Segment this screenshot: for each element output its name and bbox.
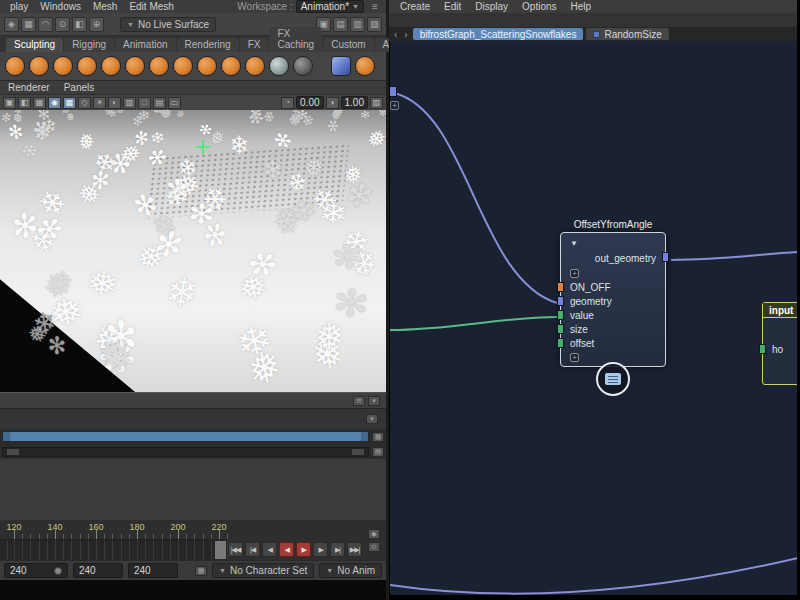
menu-edit[interactable]: Edit (437, 1, 468, 12)
sculpt-brush-icon[interactable] (53, 56, 73, 76)
menu-display[interactable]: Display (468, 1, 515, 12)
edge-port-node[interactable] (389, 86, 397, 97)
timeline-scrollbar[interactable] (2, 447, 369, 457)
sculpt-brush-icon[interactable] (221, 56, 241, 76)
menu-edit-mesh[interactable]: Edit Mesh (123, 1, 179, 12)
wireframe-icon[interactable]: ◇ (78, 97, 91, 109)
current-frame-marker[interactable] (215, 541, 226, 559)
playback-range-bar[interactable] (2, 431, 369, 442)
panel-menu-icon[interactable]: ▾ (368, 396, 380, 406)
range-options-icon[interactable]: ▦ (372, 432, 384, 442)
step-forward-frame-button[interactable]: ▶ (313, 542, 328, 557)
tab-randomsize[interactable]: RandomSize (586, 28, 668, 40)
attribute-editor-toggle-icon[interactable]: ▥ (350, 17, 365, 32)
menu-mesh[interactable]: Mesh (87, 1, 123, 12)
port-value[interactable] (557, 310, 564, 320)
menu-help[interactable]: Help (564, 1, 599, 12)
gamma-field[interactable]: 1.00 (341, 96, 368, 109)
menu-display[interactable]: play (4, 1, 34, 12)
shelf-tab-sculpting[interactable]: Sculpting (6, 38, 63, 52)
select-tool-icon[interactable]: ◈ (4, 17, 19, 32)
make-live-icon[interactable]: ⊕ (89, 17, 104, 32)
snap-curve-icon[interactable]: ◠ (38, 17, 53, 32)
exposure-field[interactable]: 0.00 (296, 96, 323, 109)
anim-key-icon[interactable]: ◆ (368, 529, 380, 539)
live-surface-selector[interactable]: ▼ No Live Surface (120, 17, 216, 32)
channelbox-toggle-icon[interactable]: ▤ (333, 17, 348, 32)
sculpt-brush-icon[interactable] (29, 56, 49, 76)
transform-manipulator[interactable] (196, 140, 210, 154)
shelf-tab-fx[interactable]: FX (240, 38, 269, 52)
snap-plane-icon[interactable]: ◧ (72, 17, 87, 32)
workspace-options-icon[interactable]: ≡ (368, 1, 382, 12)
menu-create[interactable]: Create (393, 1, 437, 12)
port-geometry[interactable] (557, 296, 564, 306)
port-on-off[interactable] (557, 282, 564, 292)
play-forwards-button[interactable]: ▶ (296, 542, 311, 557)
animation-end-field[interactable]: 240 (128, 563, 178, 578)
tab-nav-back-icon[interactable]: ‹ (392, 29, 399, 40)
node-input[interactable]: input ho (762, 302, 797, 385)
snap-point-icon[interactable]: ⊙ (55, 17, 70, 32)
play-backwards-button[interactable]: ◀ (279, 542, 294, 557)
port-input[interactable] (759, 344, 766, 354)
collapse-arrow-icon[interactable]: ▼ (570, 239, 578, 248)
port-size[interactable] (557, 324, 564, 334)
playback-start-field[interactable]: 240 (4, 563, 68, 578)
sculpt-brush-icon[interactable] (197, 56, 217, 76)
isolate-select-icon[interactable]: □ (138, 97, 151, 109)
camera-select-icon[interactable]: ▣ (3, 97, 16, 109)
sculpt-brush-icon[interactable] (125, 56, 145, 76)
time-slider[interactable]: 120 140 160 180 200 220 (0, 520, 228, 560)
sculpt-brush-icon[interactable] (149, 56, 169, 76)
go-to-start-button[interactable]: |◀◀ (228, 542, 243, 557)
field-chart-icon[interactable]: ▤ (153, 97, 166, 109)
port-offset[interactable] (557, 338, 564, 348)
shelf-tab-animation[interactable]: Animation (115, 38, 175, 52)
sculpt-brush-icon[interactable] (173, 56, 193, 76)
add-output-icon[interactable]: + (570, 269, 579, 278)
shelf-tab-custom[interactable]: Custom (323, 38, 373, 52)
sculpt-smooth-icon[interactable] (269, 56, 289, 76)
playback-end-field[interactable]: 240 (73, 563, 123, 578)
camera-lock-icon[interactable]: ◧ (18, 97, 31, 109)
node-state-badge[interactable] (596, 362, 630, 396)
auto-key-icon[interactable]: ⊙ (368, 542, 380, 552)
wire-value[interactable] (390, 317, 557, 330)
node-graph-canvas[interactable]: + OffsetYfromAngle ▼ out_geometry + (389, 41, 797, 595)
sculpt-brush-icon[interactable] (101, 56, 121, 76)
port-out-geometry[interactable] (662, 252, 669, 262)
resolution-gate-icon[interactable]: ▭ (168, 97, 181, 109)
collapsed-panel-bar-bottom[interactable]: ▾ (0, 408, 386, 429)
grid-toggle-icon[interactable]: ▦ (33, 97, 46, 109)
shelf-tab-fx-caching[interactable]: FX Caching (269, 27, 322, 52)
xray-icon[interactable]: ▥ (123, 97, 136, 109)
snap-grid-icon[interactable]: ▦ (21, 17, 36, 32)
menu-options[interactable]: Options (515, 1, 563, 12)
step-back-frame-button[interactable]: ◀ (262, 542, 277, 557)
panel-expand-icon[interactable]: ▾ (366, 414, 378, 424)
edge-add-icon[interactable]: + (390, 101, 399, 110)
sculpt-stamp-icon[interactable] (331, 56, 351, 76)
input-node-body[interactable]: input ho (762, 302, 797, 385)
shelf-tab-rigging[interactable]: Rigging (64, 38, 114, 52)
tab-nav-forward-icon[interactable]: › (402, 29, 409, 40)
sculpt-brush-icon[interactable] (355, 56, 375, 76)
exposure-icon[interactable]: ◔ (281, 97, 294, 109)
menu-panels[interactable]: Panels (64, 82, 95, 93)
shading-smooth-icon[interactable]: ◉ (48, 97, 61, 109)
sculpt-brush-icon[interactable] (5, 56, 25, 76)
gamma-icon[interactable]: ◑ (326, 97, 339, 109)
go-to-end-button[interactable]: ▶▶| (347, 542, 362, 557)
character-set-selector[interactable]: ▼ No Character Set (212, 563, 314, 578)
anim-prefs-icon[interactable]: ▦ (195, 566, 207, 576)
wire-bottom[interactable] (390, 558, 797, 594)
lighting-icon[interactable]: ☀ (93, 97, 106, 109)
anim-layer-selector[interactable]: ▼ No Anim (319, 563, 382, 578)
timeline-ruler[interactable]: 120 140 160 180 200 220 (0, 520, 228, 540)
node-body[interactable]: ▼ out_geometry + ON_OFF g (560, 232, 666, 367)
step-forward-key-button[interactable]: ▶| (330, 542, 345, 557)
range-knob-icon[interactable] (54, 567, 62, 575)
sculpt-erase-icon[interactable] (293, 56, 313, 76)
sculpt-brush-icon[interactable] (77, 56, 97, 76)
